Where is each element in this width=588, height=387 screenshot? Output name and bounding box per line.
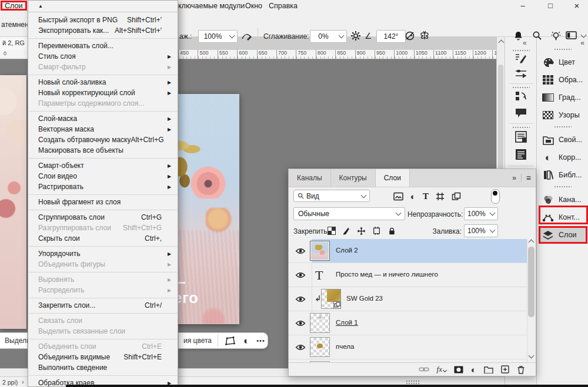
panel-button-color[interactable]: Цвет	[540, 55, 586, 69]
workspace-panel-icon[interactable]	[566, 31, 577, 40]
fill-field[interactable]: 100%	[464, 224, 498, 237]
panel-button-swatches[interactable]: Обра...	[540, 73, 586, 87]
menu-item[interactable]: Быстрый экспорт в PNG Shift+Ctrl+' ▶	[28, 15, 178, 25]
menu-item[interactable]: Переименовать слой... ▶	[28, 41, 178, 51]
new-adjustment-layer-icon[interactable]: ◐	[471, 365, 476, 374]
layer-row[interactable]: Слой 1	[289, 311, 536, 335]
link-layers-icon[interactable]	[419, 366, 429, 373]
filter-adjustment-icon[interactable]: ◐	[410, 192, 416, 201]
angle-value-field[interactable]: 142°	[376, 30, 406, 43]
layer-row[interactable]: SW Gold 23	[289, 287, 536, 311]
menu-item[interactable]: Новый корректирующий слой ▶	[28, 88, 178, 98]
visibility-toggle[interactable]	[289, 311, 312, 335]
opacity-field[interactable]: 100%	[464, 207, 498, 220]
scrollbar-thumb[interactable]	[528, 247, 534, 317]
transform-icon[interactable]	[225, 336, 235, 345]
minimize-button[interactable]: –	[516, 0, 529, 12]
layer-style-fx-icon[interactable]: fx	[437, 365, 446, 374]
layer-thumbnail[interactable]	[310, 313, 330, 333]
menu-item[interactable]: ▶	[29, 313, 177, 314]
menu-item[interactable]: Упорядочить ▶	[28, 248, 178, 259]
airbrush-icon[interactable]	[405, 31, 415, 41]
lock-position-icon[interactable]	[357, 227, 366, 235]
adjustments-icon[interactable]: ◐	[243, 336, 249, 346]
select-button-fragment[interactable]: Выдели	[5, 336, 31, 345]
pressure-dropdown-button[interactable]	[227, 30, 238, 43]
filter-shape-icon[interactable]	[436, 192, 445, 201]
type-layer-icon[interactable]: T	[315, 268, 323, 283]
menu-item[interactable]: ▶	[29, 246, 177, 247]
panel-button-gradients[interactable]: Град...	[540, 90, 586, 105]
brush-settings-icon[interactable]	[514, 52, 527, 65]
menu-item[interactable]: Экспортировать как... Alt+Shift+Ctrl+' ▶	[28, 25, 178, 36]
layer-row[interactable]: пчела	[289, 335, 536, 359]
pen-pressure-icon[interactable]	[241, 31, 253, 41]
menu-item[interactable]: Сгруппировать слои Ctrl+G ▶	[28, 212, 178, 223]
drag-handle[interactable]	[512, 86, 530, 89]
lock-artboard-icon[interactable]	[372, 227, 381, 235]
resize-grip[interactable]	[406, 380, 420, 385]
menu-item[interactable]: Объединить слои Ctrl+E ▶	[28, 341, 178, 352]
document-tab[interactable]: й 2, RG	[0, 36, 31, 50]
close-button[interactable]: ×	[570, 0, 583, 12]
drag-handle[interactable]	[554, 126, 572, 128]
layer-filter-select[interactable]: Вид	[293, 190, 370, 202]
paragraph-icon[interactable]	[514, 130, 527, 143]
tab-paths[interactable]: Контуры	[331, 169, 376, 187]
layer-row[interactable]: Слой 2	[289, 239, 536, 263]
smoothing-value-field[interactable]: 0%	[310, 30, 337, 43]
menu-item[interactable]: Смарт-фильтр ▶	[28, 62, 178, 72]
panel-overflow-icon[interactable]: »	[512, 174, 516, 182]
discover-bulb-icon[interactable]	[550, 31, 562, 41]
layer-name[interactable]: пчела	[336, 343, 354, 350]
menu-item[interactable]: ▶	[29, 272, 177, 272]
menu-item[interactable]: Объединить фигуры ▶	[28, 259, 178, 270]
layer-thumbnail[interactable]	[321, 289, 341, 309]
menu-item[interactable]: ▶	[29, 298, 177, 298]
menu-item[interactable]: Объединить видимые Shift+Ctrl+E ▶	[28, 352, 178, 362]
layers-scrollbar[interactable]	[527, 238, 536, 362]
filter-type-icon[interactable]: T	[423, 191, 429, 201]
lock-pixels-icon[interactable]	[342, 227, 350, 235]
menu-item[interactable]: Выполнить сведение ▶	[28, 362, 178, 373]
color-adjust-button-fragment[interactable]: ия цвета	[179, 335, 218, 346]
lock-transparency-icon[interactable]	[328, 227, 336, 235]
menu-item[interactable]: Стиль слоя ▶	[28, 51, 178, 62]
menu-item[interactable]: Скрыть слои Ctrl+, ▶	[28, 233, 178, 244]
menu-item[interactable]: ▶	[29, 339, 177, 339]
filter-image-icon[interactable]	[393, 192, 403, 201]
menu-item[interactable]: Параметры содержимого слоя... ▶	[28, 98, 178, 109]
delete-layer-icon[interactable]	[517, 365, 525, 374]
contextual-taskbar-left[interactable]: Выдели	[0, 332, 28, 349]
status-chevron[interactable]: ›	[22, 378, 24, 385]
panel-button-adjustments[interactable]: ◐ Корр...	[540, 150, 586, 164]
drag-handle[interactable]	[512, 126, 530, 129]
add-mask-icon[interactable]	[454, 366, 463, 373]
menu-window[interactable]: Окно	[245, 2, 262, 10]
menu-item[interactable]: ▶	[29, 194, 177, 195]
layer-name[interactable]: Слой 2	[336, 247, 358, 254]
filter-smartobject-icon[interactable]	[452, 192, 461, 201]
menu-item[interactable]: Закрепить слои... Ctrl+/ ▶	[28, 300, 178, 311]
layer-name[interactable]: Просто мед — и ничего лишнего	[336, 271, 438, 278]
menu-item[interactable]: ▶	[29, 111, 177, 112]
collapse-dock-icon[interactable]: «	[523, 39, 527, 47]
menu-item[interactable]: Новый фрагмент из слоя ▶	[28, 197, 178, 207]
lock-all-icon[interactable]	[387, 227, 396, 235]
maximize-button[interactable]: □	[544, 0, 557, 12]
menu-item[interactable]: ▶	[29, 75, 177, 75]
menu-item[interactable]: Выделить связанные слои ▶	[28, 326, 178, 336]
smoothing-dropdown-button[interactable]	[336, 30, 347, 43]
visibility-toggle[interactable]	[289, 287, 312, 311]
tab-layers[interactable]: Слои	[376, 169, 410, 187]
search-icon[interactable]	[532, 31, 542, 41]
menu-item[interactable]: Маскировать все объекты ▶	[28, 145, 178, 156]
new-group-icon[interactable]	[484, 366, 493, 373]
menu-item[interactable]: Растрировать ▶	[28, 181, 178, 192]
blend-mode-select[interactable]: Обычные	[293, 207, 405, 220]
visibility-toggle[interactable]	[289, 239, 312, 263]
menu-item[interactable]: ▶	[29, 158, 177, 159]
visibility-toggle[interactable]	[289, 335, 312, 359]
layer-row[interactable]: T Просто мед — и ничего лишнего	[289, 263, 536, 287]
glyphs-icon[interactable]	[514, 148, 527, 161]
